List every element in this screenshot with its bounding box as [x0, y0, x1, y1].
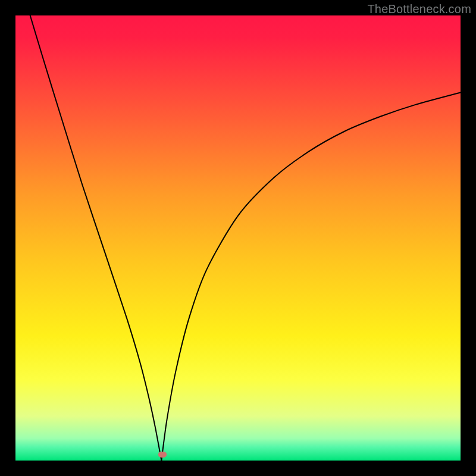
watermark: TheBottleneck.com [367, 2, 471, 16]
optimal-point-marker [158, 452, 167, 458]
bottleneck-curve [15, 15, 461, 461]
plot-area [15, 15, 461, 461]
chart-container: TheBottleneck.com [0, 0, 476, 476]
